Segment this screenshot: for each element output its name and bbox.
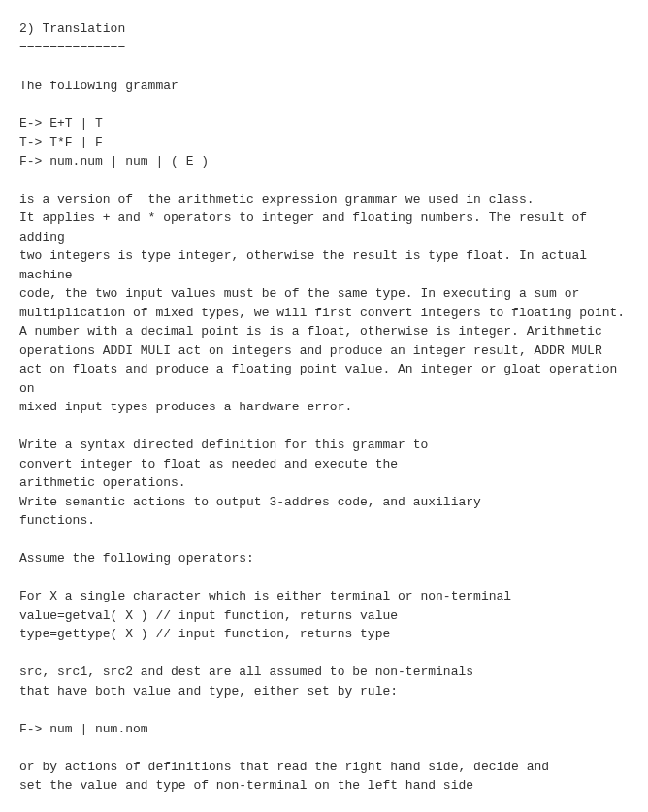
- paragraph-1: is a version of the arithmetic expressio…: [19, 192, 625, 415]
- grammar-line-3: F-> num.num | num | ( E ): [19, 154, 209, 169]
- task-1: Write a syntax directed definition for t…: [19, 438, 428, 490]
- task-2: Write semantic actions to output 3-addre…: [19, 495, 481, 529]
- section-title: 2) Translation: [19, 21, 125, 36]
- getval: value=getval( X ) // input function, ret…: [19, 608, 398, 623]
- intro: The following grammar: [19, 79, 178, 93]
- grammar-line-2: T-> T*F | F: [19, 135, 103, 149]
- grammar-line-1: E-> E+T | T: [19, 116, 103, 131]
- gettype: type=gettype( X ) // input function, ret…: [19, 627, 390, 641]
- rule-f: F-> num | num.nom: [19, 722, 148, 736]
- nonterminal-desc: src, src1, src2 and dest are all assumed…: [19, 665, 473, 698]
- function-desc: For X a single character which is either…: [19, 589, 511, 603]
- document-content: 2) Translation ============== The follow…: [19, 19, 629, 812]
- actions-desc: or by actions of definitions that read t…: [19, 760, 549, 794]
- operators-heading: Assume the following operators:: [19, 551, 254, 566]
- divider: ==============: [19, 41, 125, 55]
